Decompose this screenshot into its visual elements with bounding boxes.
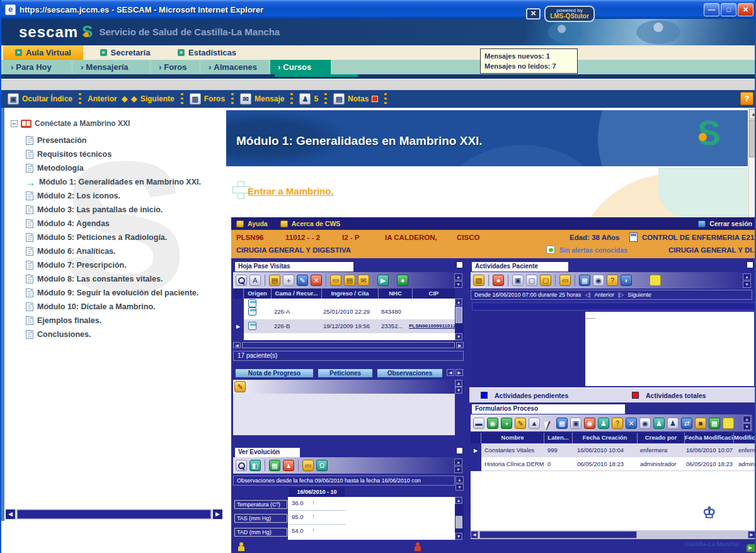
next-arrow-icon[interactable]: ◆ [131, 94, 136, 103]
hide-index-button[interactable]: Ocultar Índice [8, 93, 72, 105]
print-icon[interactable] [302, 460, 314, 471]
tab-mensajeria[interactable]: Mensajería [73, 60, 149, 74]
grid-icon[interactable] [579, 275, 590, 286]
search-icon[interactable] [236, 460, 247, 471]
tree-item-modulo-8[interactable]: Módulo 8: Las constantes vitales. [26, 274, 201, 284]
skip-next-icon[interactable]: |▷ [618, 292, 624, 298]
scroll-up-icon[interactable]: ▲ [749, 109, 756, 119]
scroll-left-icon[interactable]: ◀ [233, 342, 241, 348]
forms-horizontal-scrollbar[interactable]: ◀ ▶ [471, 530, 755, 539]
scroll-thumb[interactable] [455, 307, 462, 323]
toolbar-spinner[interactable]: ▲▼ [454, 459, 462, 473]
scroll-down-icon[interactable]: ▼ [455, 533, 462, 540]
eye-icon[interactable] [487, 418, 498, 429]
tree-item-modulo-4[interactable]: Módulo 4: Agendas [26, 219, 201, 229]
col-origen[interactable]: Origen [244, 288, 272, 299]
swap-icon[interactable] [681, 418, 692, 429]
scroll-thumb[interactable] [455, 516, 462, 528]
table-row[interactable]: 226-A 25/01/2010 22:29 843480 [244, 305, 455, 319]
next-button[interactable]: Siguiente [140, 94, 175, 103]
prev-arrow-icon[interactable]: ◆ [122, 94, 127, 103]
tree-item-ejemplos[interactable]: Ejemplos finales. [26, 316, 201, 326]
activities-previous[interactable]: Anterior [594, 292, 614, 298]
clipboard-icon[interactable] [526, 275, 537, 286]
patient-alerts[interactable]: Sin alertas conocidas [559, 246, 627, 254]
bed-icon[interactable] [473, 418, 484, 429]
open-folder-icon[interactable] [377, 275, 389, 286]
grid-icon[interactable] [556, 418, 568, 429]
puzzle-icon[interactable] [626, 418, 637, 429]
col-modificado-por[interactable]: Modific... [734, 433, 755, 443]
activities-next[interactable]: Siguiente [627, 292, 651, 298]
nurse-icon[interactable] [238, 542, 245, 551]
card-stack-icon[interactable] [512, 275, 524, 286]
tree-item-presentacion[interactable]: Presentación [26, 135, 201, 145]
calendar-icon[interactable] [473, 275, 484, 286]
tree-item-modulo-9[interactable]: Módulo 9: Seguir la evolución del pacien… [26, 288, 201, 298]
tree-item-modulo-6[interactable]: Módulo 6: Analíticas. [26, 246, 201, 256]
tree-item-modulo-5[interactable]: Módulo 5: Peticiones a Radiología. [26, 232, 201, 242]
app-menu-acerca[interactable]: Acerca de CWS [292, 220, 341, 227]
message-button[interactable]: Mensaje [240, 93, 284, 105]
maximize-button[interactable]: □ [721, 3, 736, 16]
tree-item-modulo-1-current[interactable]: →Módulo 1: Generalidades en Mambrino XXI… [26, 177, 201, 187]
tree-root[interactable]: − Conéctate a Mambrino XXI [11, 119, 130, 128]
notes-button[interactable]: Notas [333, 93, 378, 105]
half-disc-icon[interactable] [621, 275, 632, 286]
tree-item-modulo-7[interactable]: Módulo 7: Prescripción. [26, 260, 201, 270]
scroll-thumb[interactable] [242, 342, 455, 348]
tree-item-requisitos[interactable]: Requisitos técnicos [26, 149, 201, 159]
purse-icon[interactable] [397, 275, 408, 286]
col-latencia[interactable]: Laten... [544, 433, 573, 443]
network-icon[interactable] [598, 418, 609, 429]
tab-nota-de-progreso[interactable]: Nota de Progreso [235, 368, 314, 378]
tab-almacenes[interactable]: Almacenes [201, 60, 268, 74]
scroll-thumb[interactable] [17, 510, 211, 519]
activities-panel-checkbox[interactable] [747, 261, 753, 268]
new-page-icon[interactable] [283, 275, 294, 286]
search-patient-icon[interactable] [249, 275, 261, 286]
search-icon[interactable] [236, 275, 247, 286]
tree-item-metodologia[interactable]: Metodología [26, 163, 201, 173]
chart-icon[interactable] [529, 418, 540, 429]
app-menu-ayuda[interactable]: Ayuda [248, 220, 268, 227]
toolbar-spinner[interactable]: ▲▼ [743, 273, 751, 288]
banner-close-icon[interactable]: ✕ [526, 8, 541, 20]
scroll-left-icon[interactable]: ◀ [471, 531, 478, 539]
table-row-selected[interactable]: 226-B 19/12/2009 19:56 23352... PLSN9610… [244, 319, 455, 333]
evolution-vertical-scrollbar[interactable]: ▲ ▼ [455, 497, 464, 540]
visits-panel-checkbox[interactable] [456, 261, 463, 268]
yellow-square-icon[interactable] [650, 275, 661, 286]
col-fecha-creacion[interactable]: Fecha Creación [573, 433, 638, 443]
monitor-icon[interactable] [570, 418, 581, 429]
print-icon[interactable] [559, 275, 571, 286]
camera-icon[interactable] [593, 275, 604, 286]
tabs-scroll-left-icon[interactable]: ◀ [447, 369, 454, 376]
stats-icon[interactable] [709, 418, 720, 429]
note-add-icon[interactable] [540, 275, 551, 286]
toolbar-spinner[interactable]: ▲▼ [454, 273, 462, 288]
scroll-left-icon[interactable]: ◀ [6, 510, 15, 519]
help-bubble-icon[interactable] [607, 275, 618, 286]
note-edit-icon[interactable] [234, 381, 246, 392]
previous-button[interactable]: Anterior [88, 94, 117, 103]
col-fecha-modificacion[interactable]: Fecha Modificaci... [685, 433, 734, 443]
scroll-down-icon[interactable]: ▼ [455, 333, 462, 340]
visits-horizontal-scrollbar[interactable]: ◀ ▶ [233, 341, 464, 349]
corner-arrow-icon[interactable] [747, 544, 755, 552]
col-ingreso[interactable]: Ingreso / Cita [322, 288, 379, 299]
tree-horizontal-scrollbar[interactable]: ◀ ▶ [6, 509, 222, 520]
col-creado-por[interactable]: Creado por [638, 433, 685, 443]
scroll-right-icon[interactable]: ▶ [456, 342, 464, 348]
tab-aula-virtual[interactable]: » Aula Virtual [3, 45, 83, 60]
tab-secretaria[interactable]: » Secretaría [85, 45, 165, 60]
app-menu-cerrar-sesion[interactable]: Cerrar sesión [709, 220, 752, 227]
table-row[interactable]: Historia Clínica DERM 0 06/05/2010 18:23… [481, 457, 755, 471]
minimize-button[interactable]: — [704, 3, 719, 16]
tree-item-conclusiones[interactable]: Conclusiones. [26, 329, 201, 339]
tabs-scroll-right-icon[interactable]: ▶ [455, 369, 463, 376]
scroll-right-icon[interactable]: ▶ [748, 531, 755, 539]
tab-estadisticas[interactable]: » Estadísticas [167, 45, 247, 60]
close-button[interactable]: ✕ [738, 3, 753, 16]
scroll-up-icon[interactable]: ▲ [455, 380, 462, 387]
